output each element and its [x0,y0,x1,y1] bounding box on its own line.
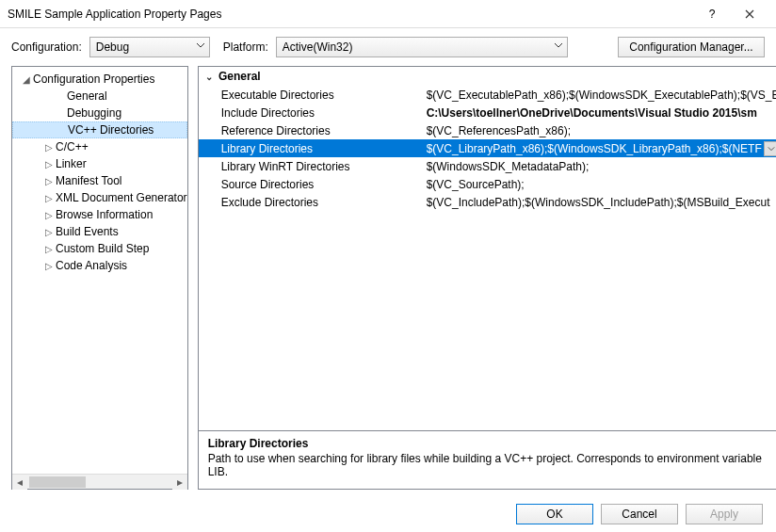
property-grid-panel: ⌄ GeneralExecutable Directories$(VC_Exec… [198,66,776,490]
tree-item[interactable]: ▷Build Events [12,223,187,240]
expand-icon: ▷ [42,176,56,186]
expand-icon: ▷ [42,244,56,254]
property-value[interactable]: $(VC_ExecutablePath_x86);$(WindowsSDK_Ex… [425,89,776,102]
tree-item[interactable]: ▷Browse Information [12,206,187,223]
chevron-down-icon [196,40,205,50]
footer: OK Cancel Apply [0,499,776,529]
grid-section-header[interactable]: ⌄ General [199,67,776,86]
expand-icon: ▷ [42,142,56,153]
description-text: Path to use when searching for library f… [208,452,770,478]
property-value[interactable]: $(VC_SourcePath); [425,178,776,191]
property-name: Library Directories [199,142,425,155]
tree-item[interactable]: ▷XML Document Generator [12,189,187,206]
toolbar: Configuration: Debug Platform: Active(Wi… [0,28,776,66]
expand-icon: ▷ [42,227,56,237]
collapse-icon: ◢ [20,74,33,85]
property-row[interactable]: Executable Directories$(VC_ExecutablePat… [199,86,776,104]
tree-scrollbar[interactable]: ◂ ▸ [12,474,187,489]
property-row[interactable]: Library WinRT Directories$(WindowsSDK_Me… [199,157,776,175]
window-title: SMILE Sample Application Property Pages [8,8,693,21]
description-panel: Library Directories Path to use when sea… [199,430,776,489]
configuration-manager-button[interactable]: Configuration Manager... [618,37,765,57]
scroll-right-icon[interactable]: ▸ [172,475,187,490]
tree-item[interactable]: ▷Manifest Tool [12,172,187,189]
property-row[interactable]: Include DirectoriesC:\Users\toellner\One… [199,104,776,121]
cancel-button[interactable]: Cancel [601,504,678,524]
property-row[interactable]: Source Directories$(VC_SourcePath); [199,175,776,193]
property-row[interactable]: Library Directories$(VC_LibraryPath_x86)… [199,139,776,157]
expand-icon: ▷ [42,210,56,220]
tree-panel: ◢Configuration PropertiesGeneralDebuggin… [11,66,188,490]
scrollbar-thumb[interactable] [29,476,86,488]
dropdown-button[interactable] [764,141,777,156]
property-name: Executable Directories [199,89,425,102]
property-value[interactable]: $(VC_LibraryPath_x86);$(WindowsSDK_Libra… [425,142,764,155]
property-row[interactable]: Exclude Directories$(VC_IncludePath);$(W… [199,193,776,211]
ok-button[interactable]: OK [516,504,593,524]
property-grid[interactable]: ⌄ GeneralExecutable Directories$(VC_Exec… [199,67,776,430]
property-value[interactable]: $(VC_ReferencesPath_x86); [425,124,776,137]
collapse-icon: ⌄ [202,72,216,82]
property-row[interactable]: Reference Directories$(VC_ReferencesPath… [199,121,776,139]
expand-icon: ▷ [42,261,56,271]
titlebar: SMILE Sample Application Property Pages … [0,0,776,28]
description-title: Library Directories [208,437,770,450]
platform-value: Active(Win32) [283,40,353,54]
tree-root[interactable]: ◢Configuration Properties [12,71,187,88]
close-button[interactable] [731,1,768,27]
property-value[interactable]: $(WindowsSDK_MetadataPath); [425,160,776,173]
property-name: Exclude Directories [199,196,425,209]
chevron-down-icon [554,40,563,50]
property-name: Source Directories [199,178,425,191]
tree-item[interactable]: General [12,88,187,105]
expand-icon: ▷ [42,159,56,169]
tree-item[interactable]: Debugging [12,105,187,121]
scroll-left-icon[interactable]: ◂ [12,475,27,490]
tree-item[interactable]: ▷Code Analysis [12,257,187,274]
platform-combo[interactable]: Active(Win32) [276,37,568,57]
help-button[interactable]: ? [693,1,731,27]
tree-item[interactable]: ▷Custom Build Step [12,240,187,257]
property-value[interactable]: C:\Users\toellner\OneDrive\Documents\Vis… [425,106,776,120]
platform-label: Platform: [223,40,268,54]
apply-button[interactable]: Apply [686,504,763,524]
configuration-value: Debug [96,40,129,54]
configuration-label: Configuration: [11,40,82,54]
tree-item[interactable]: ▷Linker [12,155,187,172]
property-value[interactable]: $(VC_IncludePath);$(WindowsSDK_IncludePa… [425,196,776,209]
expand-icon: ▷ [42,193,56,203]
tree-item[interactable]: ▷C/C++ [12,138,187,155]
configuration-combo[interactable]: Debug [89,37,210,57]
property-name: Include Directories [199,106,425,120]
tree-item[interactable]: VC++ Directories [12,121,187,138]
close-icon [745,9,754,19]
property-name: Reference Directories [199,124,425,137]
property-name: Library WinRT Directories [199,160,425,173]
tree[interactable]: ◢Configuration PropertiesGeneralDebuggin… [12,67,187,474]
